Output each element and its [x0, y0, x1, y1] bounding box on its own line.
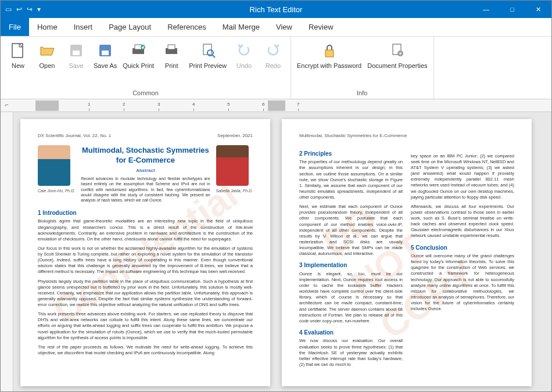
author-photo-1	[38, 145, 70, 186]
running-title: Multimodal, Stochastic Symmetries for E-…	[299, 133, 514, 139]
maximize-button[interactable]: □	[499, 1, 525, 18]
menu-insert[interactable]: Insert	[66, 18, 101, 36]
redo-icon	[265, 42, 281, 59]
svg-rect-13	[325, 50, 334, 57]
lock-icon	[321, 42, 338, 59]
section-1-heading: 1 Introduction	[38, 209, 253, 217]
author-name-2: Sabella Jaida, Ph.D.	[216, 188, 253, 193]
menu-home[interactable]: Home	[29, 18, 66, 36]
preview-icon	[200, 42, 216, 59]
document-scroll[interactable]: Confidential DX Scientific Journal, Vol.…	[13, 112, 551, 391]
body-text: The rest of the paper proceeds as follow…	[38, 344, 253, 356]
properties-icon	[389, 42, 406, 59]
menu-mail-merge[interactable]: Mail Merge	[214, 18, 268, 36]
save-as-icon	[97, 42, 113, 59]
body-text: Biologists agree that game-theoretic mod…	[38, 218, 253, 242]
body-text: Ounce will overcome many of the grand ch…	[411, 253, 514, 312]
paper-title: Multimodal, Stochastic Symmetries for E-…	[81, 145, 210, 166]
workspace: Confidential DX Scientific Journal, Vol.…	[1, 112, 551, 391]
app-title: Rich Text Editor	[250, 5, 303, 14]
menu-review[interactable]: Review	[300, 18, 342, 36]
journal-name: DX Scientific Journal, Vol. 22, No. 1	[38, 133, 111, 139]
author-photo-2	[216, 145, 249, 186]
section-2-heading: 2 Principles	[299, 150, 403, 158]
redo-button: Redo	[259, 39, 287, 88]
new-button[interactable]: New	[4, 39, 32, 88]
section-5-heading: 5 Conclusion	[411, 244, 514, 252]
svg-rect-2	[73, 51, 80, 55]
body-text: Our focus in this work is not on whether…	[38, 246, 253, 275]
body-text: We now discuss our evaluation. Our overa…	[299, 338, 403, 368]
body-text: Afterwards, we discuss all four experime…	[411, 204, 514, 239]
undo-icon	[236, 42, 252, 59]
section-4-heading: 4 Evaluation	[299, 329, 403, 337]
menubar: File Home Insert Page Layout References …	[1, 18, 551, 37]
abstract-text: Recent advances in modular technology an…	[81, 176, 210, 203]
abstract-label: Abstract	[81, 168, 210, 174]
page-1[interactable]: Confidential DX Scientific Journal, Vol.…	[20, 119, 270, 386]
body-text: key space on an IBM PC Junior; (2) we co…	[411, 153, 514, 200]
menu-view[interactable]: View	[268, 18, 300, 36]
body-text: Ounce is elegant; so, too, must be our i…	[299, 271, 403, 324]
titlebar: ▭ ↩ ↪ ▾ Rich Text Editor — □ ✕	[1, 1, 551, 18]
menu-file[interactable]: File	[1, 18, 29, 36]
quick-print-button[interactable]: Quick Print	[120, 39, 156, 88]
qa-undo-icon[interactable]: ↩	[16, 5, 22, 13]
group-label-info: Info	[295, 88, 430, 98]
print-preview-button[interactable]: Print Preview	[187, 39, 229, 88]
svg-rect-9	[168, 45, 175, 49]
menu-page-layout[interactable]: Page Layout	[101, 18, 159, 36]
body-text: This work presents three advances above …	[38, 311, 253, 341]
close-button[interactable]: ✕	[525, 1, 551, 18]
horizontal-ruler[interactable]: ⌐ 1 2 3 4 5 6 7	[1, 99, 551, 112]
group-label-common: Common	[4, 88, 287, 98]
journal-date: September, 2021	[217, 133, 253, 139]
print-icon	[163, 42, 180, 59]
folder-open-icon	[39, 42, 55, 59]
menu-references[interactable]: References	[159, 18, 214, 36]
section-3-heading: 3 Implementation	[299, 261, 403, 269]
quick-print-icon	[130, 42, 146, 59]
svg-rect-4	[102, 51, 109, 55]
qa-redo-icon[interactable]: ↪	[27, 5, 33, 13]
save-button: Save	[62, 39, 90, 88]
new-file-icon	[10, 42, 26, 59]
vertical-ruler[interactable]	[1, 112, 13, 391]
body-text: Physicists largely study the partition t…	[38, 279, 253, 308]
page-2[interactable]: DO NOT COPY Multimodal, Stochastic Symme…	[282, 119, 532, 386]
print-button[interactable]: Print	[157, 39, 185, 88]
window-icon: ▭	[5, 5, 12, 13]
body-text: Next, we estimate that each component of…	[299, 204, 403, 257]
body-text: The properties of our methodology depend…	[299, 159, 403, 200]
ribbon: New Open Save Save As Quick Print Print …	[1, 37, 551, 99]
open-button[interactable]: Open	[33, 39, 61, 88]
save-icon	[68, 42, 84, 59]
qa-dropdown-icon[interactable]: ▾	[37, 5, 41, 13]
encrypt-button[interactable]: Encrypt with Password	[295, 39, 364, 88]
svg-line-12	[213, 55, 215, 57]
minimize-button[interactable]: —	[473, 1, 499, 18]
doc-properties-button[interactable]: Document Properties	[365, 39, 429, 88]
undo-button: Undo	[230, 39, 258, 88]
author-name-1: Cale Joon-Ho, Ph.D.	[38, 188, 75, 193]
save-as-button[interactable]: Save As	[91, 39, 119, 88]
